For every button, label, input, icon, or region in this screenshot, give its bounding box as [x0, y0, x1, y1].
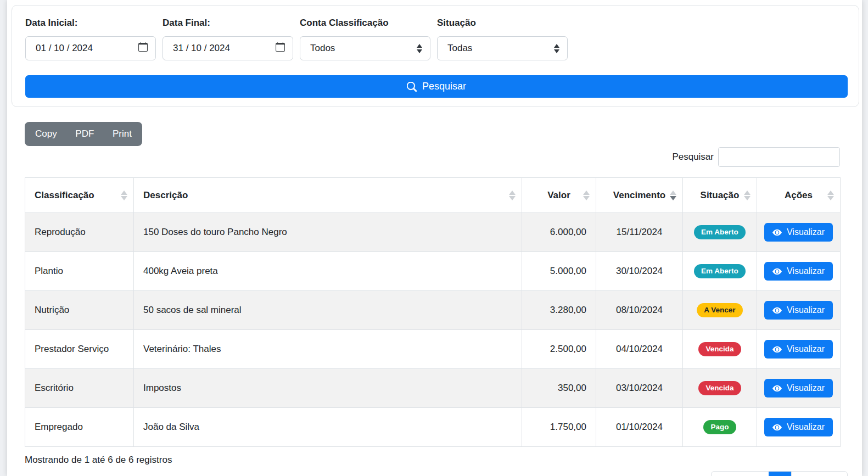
- column-label: Classificação: [35, 190, 94, 200]
- sort-icon: [509, 191, 516, 200]
- pesquisar-button[interactable]: Pesquisar: [25, 75, 848, 98]
- column-header-classificacao[interactable]: Classificação: [25, 178, 134, 213]
- visualizar-button[interactable]: Visualizar: [764, 379, 833, 397]
- pdf-button[interactable]: PDF: [75, 128, 94, 139]
- conta-classificacao-label: Conta Classificação: [300, 18, 430, 29]
- cell-acoes: Visualizar: [757, 252, 841, 291]
- pagination-page-1[interactable]: 1: [769, 472, 791, 476]
- visualizar-button[interactable]: Visualizar: [764, 301, 833, 320]
- cell-valor: 1.750,00: [522, 408, 596, 447]
- cell-classificacao: Prestador Serviço: [25, 330, 134, 369]
- filter-situacao: Situação Todas: [437, 18, 568, 60]
- pesquisar-button-label: Pesquisar: [422, 81, 466, 92]
- cell-acoes: Visualizar: [757, 291, 841, 330]
- cell-classificacao: Empregado: [25, 408, 134, 447]
- cell-vencimento: 15/11/2024: [596, 213, 683, 252]
- cell-classificacao: Nutrição: [25, 291, 134, 330]
- select-updown-icon: [417, 44, 422, 53]
- cell-situacao: Em Aberto: [683, 213, 757, 252]
- cell-descricao: Veterinário: Thales: [134, 330, 522, 369]
- cell-situacao: Vencida: [683, 369, 757, 408]
- status-badge: Pago: [703, 420, 736, 434]
- column-label: Situação: [701, 190, 740, 200]
- cell-acoes: Visualizar: [757, 213, 841, 252]
- calendar-icon[interactable]: [138, 42, 148, 54]
- visualizar-label: Visualizar: [787, 305, 825, 315]
- cell-classificacao: Escritório: [25, 369, 134, 408]
- status-badge: Vencida: [698, 381, 741, 395]
- cell-descricao: 150 Doses do touro Pancho Negro: [134, 213, 522, 252]
- situacao-select[interactable]: Todas: [437, 36, 568, 60]
- situacao-value: Todas: [447, 43, 472, 54]
- table-row: Prestador ServiçoVeterinário: Thales2.50…: [25, 330, 841, 369]
- eye-icon: [772, 267, 782, 276]
- eye-icon: [772, 306, 782, 315]
- cell-valor: 6.000,00: [522, 213, 596, 252]
- filter-conta-classificacao: Conta Classificação Todos: [300, 18, 430, 60]
- cell-classificacao: Plantio: [25, 252, 134, 291]
- cell-vencimento: 08/10/2024: [596, 291, 683, 330]
- column-label: Descrição: [143, 190, 188, 200]
- status-badge: Vencida: [698, 342, 741, 356]
- cell-valor: 2.500,00: [522, 330, 596, 369]
- data-inicial-label: Data Inicial:: [25, 18, 156, 29]
- table-row: Plantio400kg Aveia preta5.000,0030/10/20…: [25, 252, 841, 291]
- cell-acoes: Visualizar: [757, 408, 841, 447]
- cell-vencimento: 30/10/2024: [596, 252, 683, 291]
- column-header-valor[interactable]: Valor: [522, 178, 596, 213]
- table-search-input[interactable]: [718, 147, 840, 167]
- table-header: Classificação Descrição Valor Vencimento…: [25, 178, 841, 213]
- cell-situacao: A Vencer: [683, 291, 757, 330]
- table-row: Reprodução150 Doses do touro Pancho Negr…: [25, 213, 841, 252]
- sort-icon: [583, 191, 590, 200]
- sort-icon: [121, 191, 127, 200]
- visualizar-button[interactable]: Visualizar: [764, 262, 833, 281]
- visualizar-button[interactable]: Visualizar: [764, 418, 833, 436]
- visualizar-button[interactable]: Visualizar: [764, 223, 833, 242]
- cell-descricao: João da Silva: [134, 408, 522, 447]
- cell-classificacao: Reprodução: [25, 213, 134, 252]
- column-label: Valor: [547, 190, 570, 200]
- cell-descricao: 400kg Aveia preta: [134, 252, 522, 291]
- pagination: Anterior 1 Próximo: [711, 471, 848, 476]
- eye-icon: [772, 423, 782, 432]
- sort-icon: [827, 191, 834, 200]
- search-icon: [407, 82, 417, 92]
- cell-valor: 3.280,00: [522, 291, 596, 330]
- table-search-label: Pesquisar: [604, 152, 714, 163]
- eye-icon: [772, 345, 782, 354]
- cell-vencimento: 01/10/2024: [596, 408, 683, 447]
- visualizar-label: Visualizar: [787, 227, 825, 237]
- eye-icon: [772, 384, 782, 393]
- records-info: Mostrando de 1 até 6 de 6 registros: [25, 455, 172, 466]
- cell-situacao: Vencida: [683, 330, 757, 369]
- visualizar-label: Visualizar: [787, 422, 825, 432]
- column-label: Vencimento: [613, 190, 665, 200]
- data-final-value: 31 / 10 / 2024: [173, 43, 230, 54]
- data-final-input[interactable]: 31 / 10 / 2024: [163, 36, 293, 60]
- table-row: EmpregadoJoão da Silva1.750,0001/10/2024…: [25, 408, 841, 447]
- records-table: Classificação Descrição Valor Vencimento…: [25, 177, 841, 447]
- column-header-acoes[interactable]: Ações: [757, 178, 841, 213]
- cell-descricao: 50 sacos de sal mineral: [134, 291, 522, 330]
- select-updown-icon: [554, 44, 559, 53]
- column-header-descricao[interactable]: Descrição: [134, 178, 522, 213]
- copy-button[interactable]: Copy: [35, 128, 57, 139]
- data-final-label: Data Final:: [163, 18, 293, 29]
- calendar-icon[interactable]: [276, 42, 285, 54]
- data-inicial-input[interactable]: 01 / 10 / 2024: [25, 36, 156, 60]
- visualizar-button[interactable]: Visualizar: [764, 340, 833, 359]
- status-badge: Em Aberto: [694, 264, 746, 278]
- print-button[interactable]: Print: [113, 128, 132, 139]
- conta-classificacao-select[interactable]: Todos: [300, 36, 430, 60]
- cell-situacao: Em Aberto: [683, 252, 757, 291]
- cell-descricao: Impostos: [134, 369, 522, 408]
- table-row: EscritórioImpostos350,0003/10/2024Vencid…: [25, 369, 841, 408]
- situacao-label: Situação: [437, 18, 568, 29]
- conta-classificacao-value: Todos: [310, 43, 335, 54]
- visualizar-label: Visualizar: [787, 383, 825, 393]
- column-header-situacao[interactable]: Situação: [683, 178, 757, 213]
- pagination-previous[interactable]: Anterior: [712, 472, 769, 476]
- pagination-next[interactable]: Próximo: [791, 472, 847, 476]
- column-header-vencimento[interactable]: Vencimento: [596, 178, 683, 213]
